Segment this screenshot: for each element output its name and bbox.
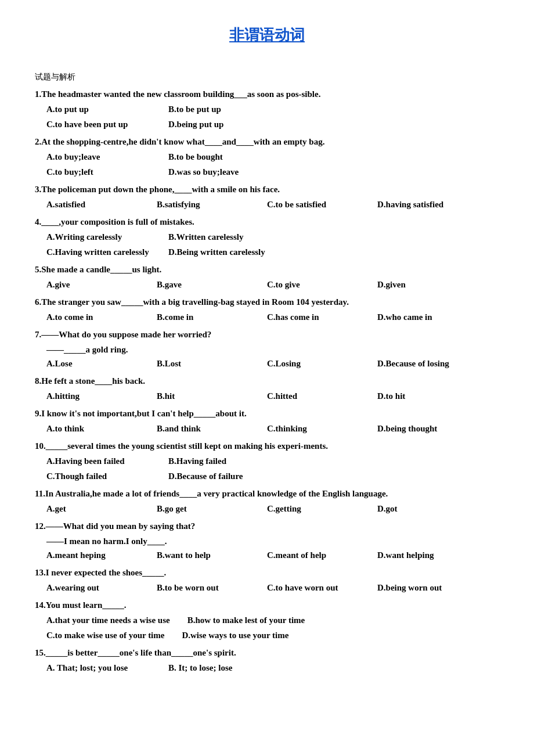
option-4-1-0: C.Having written carelessly bbox=[46, 245, 151, 259]
option-3-0-0: A.satisfied bbox=[46, 197, 139, 211]
option-12-0-0: A.meant heping bbox=[46, 548, 139, 562]
question-6: 6.The stranger you saw_____with a big tr… bbox=[35, 295, 499, 324]
option-11-0-3: D.got bbox=[377, 502, 470, 516]
option-6-0-3: D.who came in bbox=[377, 310, 470, 324]
option-3-0-3: D.having satisfied bbox=[377, 197, 470, 211]
question-1: 1.The headmaster wanted the new classroo… bbox=[35, 87, 499, 131]
options-row-2-1: C.to buy;leftD.was so buy;leave bbox=[46, 165, 499, 179]
option-15-0-1: B. It; to lose; lose bbox=[168, 661, 273, 675]
question-text-10: 10._____several times the young scientis… bbox=[35, 439, 499, 453]
option-14-0-0: A.that your time needs a wise use bbox=[46, 613, 170, 627]
option-9-0-1: B.and think bbox=[157, 422, 250, 435]
options-row-6-0: A.to come inB.come inC.has come inD.who … bbox=[46, 310, 499, 324]
dialogue-line-7: ——_____a gold ring. bbox=[46, 343, 499, 357]
option-7-0-1: B.Lost bbox=[157, 357, 250, 370]
option-8-0-0: A.hitting bbox=[46, 389, 139, 403]
options-row-1-0: A.to put upB.to be put up bbox=[46, 102, 499, 116]
option-12-0-3: D.want helping bbox=[377, 548, 470, 562]
options-row-14-1: C.to make wise use of your timeD.wise wa… bbox=[46, 628, 499, 642]
question-10: 10._____several times the young scientis… bbox=[35, 439, 499, 483]
options-row-13-0: A.wearing outB.to be worn outC.to have w… bbox=[46, 581, 499, 595]
question-text-8: 8.He feft a stone____his back. bbox=[35, 374, 499, 388]
question-text-6: 6.The stranger you saw_____with a big tr… bbox=[35, 295, 499, 309]
options-row-12-0: A.meant hepingB.want to helpC.meant of h… bbox=[46, 548, 499, 562]
options-row-9-0: A.to thinkB.and thinkC.thinkingD.being t… bbox=[46, 422, 499, 435]
option-14-0-1: B.how to make lest of your time bbox=[187, 613, 305, 627]
question-14: 14.You must learn_____.A.that your time … bbox=[35, 598, 499, 642]
question-text-7: 7.——What do you suppose made her worried… bbox=[35, 327, 499, 341]
option-2-1-1: D.was so buy;leave bbox=[168, 165, 273, 179]
question-text-13: 13.I never expected the shoes_____. bbox=[35, 566, 499, 579]
question-text-15: 15._____is better_____one's life than___… bbox=[35, 646, 499, 660]
option-9-0-2: C.thinking bbox=[267, 422, 360, 435]
options-row-11-0: A.getB.go getC.gettingD.got bbox=[46, 502, 499, 516]
dialogue-line-12: ——I mean no harm.I only____. bbox=[46, 534, 499, 548]
option-5-0-3: D.given bbox=[377, 278, 470, 291]
option-10-1-0: C.Though failed bbox=[46, 469, 151, 483]
option-7-0-3: D.Because of losing bbox=[377, 357, 470, 370]
option-1-0-0: A.to put up bbox=[46, 102, 151, 116]
option-11-0-1: B.go get bbox=[157, 502, 250, 516]
options-row-8-0: A.hittingB.hitC.hittedD.to hit bbox=[46, 389, 499, 403]
question-11: 11.In Australia,he made a lot of friends… bbox=[35, 487, 499, 516]
options-row-15-0: A. That; lost; you loseB. It; to lose; l… bbox=[46, 661, 499, 675]
option-5-0-1: B.gave bbox=[157, 278, 250, 291]
question-2: 2.At the shopping-centre,he didn't know … bbox=[35, 135, 499, 179]
option-10-0-1: B.Having failed bbox=[168, 454, 273, 468]
subtitle: 试题与解析 bbox=[35, 71, 499, 84]
question-8: 8.He feft a stone____his back.A.hittingB… bbox=[35, 374, 499, 403]
question-text-3: 3.The policeman put down the phone,____w… bbox=[35, 182, 499, 196]
option-4-1-1: D.Being written carelessly bbox=[168, 245, 273, 259]
option-8-0-1: B.hit bbox=[157, 389, 250, 403]
option-15-0-0: A. That; lost; you lose bbox=[46, 661, 151, 675]
option-12-0-1: B.want to help bbox=[157, 548, 250, 562]
option-8-0-3: D.to hit bbox=[377, 389, 470, 403]
question-text-5: 5.She made a candle_____us light. bbox=[35, 262, 499, 276]
option-10-1-1: D.Because of failure bbox=[168, 469, 273, 483]
option-3-0-1: B.satisfying bbox=[157, 197, 250, 211]
option-5-0-2: C.to give bbox=[267, 278, 360, 291]
options-row-4-1: C.Having written carelesslyD.Being writt… bbox=[46, 245, 499, 259]
options-row-3-0: A.satisfiedB.satisfyingC.to be satisfied… bbox=[46, 197, 499, 211]
option-11-0-2: C.getting bbox=[267, 502, 360, 516]
option-4-0-0: A.Writing carelessly bbox=[46, 230, 151, 244]
option-13-0-3: D.being worn out bbox=[377, 581, 470, 595]
options-row-10-0: A.Having been failedB.Having failed bbox=[46, 454, 499, 468]
option-1-1-0: C.to have been put up bbox=[46, 117, 151, 131]
question-text-2: 2.At the shopping-centre,he didn't know … bbox=[35, 135, 499, 149]
question-12: 12.——What did you mean by saying that?——… bbox=[35, 519, 499, 562]
option-6-0-1: B.come in bbox=[157, 310, 250, 324]
option-10-0-0: A.Having been failed bbox=[46, 454, 151, 468]
option-14-1-1: D.wise ways to use your time bbox=[182, 628, 288, 642]
option-13-0-0: A.wearing out bbox=[46, 581, 139, 595]
option-14-1-0: C.to make wise use of your time bbox=[46, 628, 164, 642]
options-row-7-0: A.LoseB.LostC.LosingD.Because of losing bbox=[46, 357, 499, 370]
question-9: 9.I know it's not important,but I can't … bbox=[35, 406, 499, 435]
option-4-0-1: B.Written carelessly bbox=[168, 230, 273, 244]
option-3-0-2: C.to be satisfied bbox=[267, 197, 360, 211]
options-row-2-0: A.to buy;leaveB.to be bought bbox=[46, 150, 499, 164]
question-15: 15._____is better_____one's life than___… bbox=[35, 646, 499, 675]
question-text-1: 1.The headmaster wanted the new classroo… bbox=[35, 87, 499, 101]
options-row-14-0: A.that your time needs a wise useB.how t… bbox=[46, 613, 499, 627]
question-13: 13.I never expected the shoes_____.A.wea… bbox=[35, 566, 499, 595]
option-13-0-2: C.to have worn out bbox=[267, 581, 360, 595]
option-2-0-1: B.to be bought bbox=[168, 150, 273, 164]
page-title: 非谓语动词 bbox=[35, 23, 499, 48]
option-8-0-2: C.hitted bbox=[267, 389, 360, 403]
questions-container: 1.The headmaster wanted the new classroo… bbox=[35, 87, 499, 675]
option-7-0-0: A.Lose bbox=[46, 357, 139, 370]
question-5: 5.She made a candle_____us light.A.giveB… bbox=[35, 262, 499, 291]
options-row-10-1: C.Though failedD.Because of failure bbox=[46, 469, 499, 483]
question-3: 3.The policeman put down the phone,____w… bbox=[35, 182, 499, 211]
option-11-0-0: A.get bbox=[46, 502, 139, 516]
question-7: 7.——What do you suppose made her worried… bbox=[35, 327, 499, 370]
option-12-0-2: C.meant of help bbox=[267, 548, 360, 562]
question-text-9: 9.I know it's not important,but I can't … bbox=[35, 406, 499, 420]
options-row-5-0: A.giveB.gaveC.to giveD.given bbox=[46, 278, 499, 291]
option-13-0-1: B.to be worn out bbox=[157, 581, 250, 595]
option-2-0-0: A.to buy;leave bbox=[46, 150, 151, 164]
option-6-0-0: A.to come in bbox=[46, 310, 139, 324]
option-1-1-1: D.being put up bbox=[168, 117, 273, 131]
option-6-0-2: C.has come in bbox=[267, 310, 360, 324]
